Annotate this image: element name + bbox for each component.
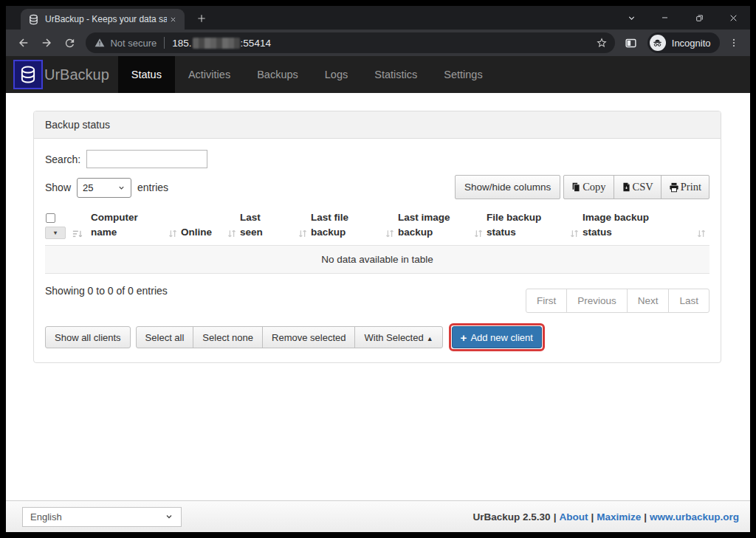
nav-item-settings[interactable]: Settings xyxy=(430,56,495,93)
close-window-button[interactable] xyxy=(716,6,750,30)
sort-priority-icon[interactable] xyxy=(72,229,83,239)
nav-item-logs[interactable]: Logs xyxy=(312,56,361,93)
sort-both-icon xyxy=(385,228,395,239)
not-secure-warning-icon[interactable] xyxy=(94,38,105,48)
sort-both-icon xyxy=(168,228,178,239)
app-navbar: UrBackup Status Activities Backups Logs … xyxy=(6,56,750,93)
csv-label: CSV xyxy=(633,181,653,193)
column-header-last-seen[interactable]: Last seen xyxy=(240,209,311,246)
panel-title: Backup status xyxy=(34,111,721,139)
sort-both-icon xyxy=(473,228,484,239)
add-new-client-button[interactable]: + Add new client xyxy=(452,326,542,348)
security-label[interactable]: Not secure xyxy=(110,38,157,49)
sort-both-icon xyxy=(227,228,237,239)
reload-button[interactable] xyxy=(60,32,80,53)
sort-both-icon xyxy=(696,228,707,239)
version-text: UrBackup 2.5.30 xyxy=(473,511,551,523)
selection-button-group: Select all Select none Remove selected W… xyxy=(136,326,443,348)
clients-table: ▾ Computer name Online Last seen Last fi… xyxy=(45,209,709,274)
column-header-image-backup-status[interactable]: Image backup status xyxy=(583,209,709,246)
page-length-select[interactable]: 25 xyxy=(77,178,131,198)
urbackup-website-link[interactable]: www.urbackup.org xyxy=(650,511,739,523)
url-port: :55414 xyxy=(241,38,271,49)
pagination-first-button[interactable]: First xyxy=(526,289,567,313)
new-tab-button[interactable] xyxy=(192,9,211,28)
separator: | xyxy=(591,511,594,523)
copy-button[interactable]: Copy xyxy=(563,175,614,199)
browser-tab[interactable]: UrBackup - Keeps your data safe xyxy=(21,9,185,30)
nav-item-backups[interactable]: Backups xyxy=(244,56,312,93)
search-label: Search: xyxy=(45,154,80,165)
tab-strip: UrBackup - Keeps your data safe xyxy=(6,6,750,30)
chevron-down-icon xyxy=(165,512,173,521)
copy-label: Copy xyxy=(583,181,605,193)
csv-file-icon xyxy=(622,182,631,192)
copy-icon xyxy=(571,182,581,192)
nav-item-activities[interactable]: Activities xyxy=(175,56,244,93)
pagination-next-button[interactable]: Next xyxy=(627,289,670,313)
address-bar[interactable]: Not secure 185. :55414 xyxy=(86,32,615,53)
select-none-button[interactable]: Select none xyxy=(193,326,263,348)
pagination-previous-button[interactable]: Previous xyxy=(566,289,628,313)
remove-selected-button[interactable]: Remove selected xyxy=(262,326,355,348)
window-controls xyxy=(614,6,750,30)
select-all-button[interactable]: Select all xyxy=(136,326,194,348)
show-all-clients-button[interactable]: Show all clients xyxy=(45,326,131,348)
column-header-file-backup-status[interactable]: File backup status xyxy=(487,209,583,246)
language-value: English xyxy=(30,511,165,523)
tab-search-chevron-icon[interactable] xyxy=(614,6,648,30)
print-label: Print xyxy=(681,181,701,193)
incognito-badge: Incognito xyxy=(647,32,720,53)
caret-up-icon: ▲ xyxy=(427,335,433,342)
backup-status-panel: Backup status Search: Show 25 entries Sh… xyxy=(33,111,721,363)
select-dropdown-button[interactable]: ▾ xyxy=(45,227,66,239)
minimize-button[interactable] xyxy=(648,6,682,30)
red-highlight-annotation: + Add new client xyxy=(449,323,545,351)
back-button[interactable] xyxy=(13,32,33,53)
select-column-header: ▾ xyxy=(45,209,91,246)
language-select[interactable]: English xyxy=(22,507,182,527)
nav-item-statistics[interactable]: Statistics xyxy=(361,56,430,93)
search-input[interactable] xyxy=(86,150,207,168)
add-new-client-label: Add new client xyxy=(470,332,533,343)
chevron-down-icon xyxy=(117,184,126,192)
show-label: Show xyxy=(45,182,71,193)
print-icon xyxy=(669,182,679,193)
favicon-database-icon xyxy=(28,14,39,25)
url-redacted-segment xyxy=(193,38,240,49)
separator: | xyxy=(644,511,647,523)
show-hide-columns-button[interactable]: Show/hide columns xyxy=(455,175,560,199)
tab-close-icon[interactable] xyxy=(167,13,179,25)
sort-both-icon xyxy=(298,228,308,239)
column-header-last-file-backup[interactable]: Last file backup xyxy=(311,209,398,246)
footer-links: UrBackup 2.5.30|About|Maximize|www.urbac… xyxy=(473,511,739,523)
nav-item-status[interactable]: Status xyxy=(118,56,175,93)
plus-icon: + xyxy=(461,331,467,344)
csv-button[interactable]: CSV xyxy=(614,175,662,199)
column-header-computer-name[interactable]: Computer name xyxy=(91,209,181,246)
bookmark-star-icon[interactable] xyxy=(596,37,608,49)
browser-window: UrBackup - Keeps your data safe xyxy=(6,6,750,532)
tab-title: UrBackup - Keeps your data safe xyxy=(45,14,167,24)
pagination-last-button[interactable]: Last xyxy=(668,289,709,313)
side-panel-icon[interactable] xyxy=(619,32,641,53)
maximize-link[interactable]: Maximize xyxy=(597,511,641,523)
column-header-online[interactable]: Online xyxy=(181,209,240,246)
incognito-label: Incognito xyxy=(672,38,711,49)
with-selected-dropdown-button[interactable]: With Selected▲ xyxy=(354,326,442,348)
restore-button[interactable] xyxy=(682,6,716,30)
select-all-checkbox[interactable] xyxy=(46,213,55,223)
column-header-last-image-backup[interactable]: Last image backup xyxy=(398,209,487,246)
entries-label: entries xyxy=(137,182,168,193)
print-button[interactable]: Print xyxy=(661,175,709,199)
urbackup-logo[interactable] xyxy=(13,60,43,89)
url-prefix: 185. xyxy=(172,38,191,49)
page-content: Backup status Search: Show 25 entries Sh… xyxy=(6,93,750,500)
about-link[interactable]: About xyxy=(559,511,588,523)
separator: | xyxy=(554,511,557,523)
main-navigation: Status Activities Backups Logs Statistic… xyxy=(118,56,496,93)
sort-both-icon xyxy=(569,228,580,239)
browser-toolbar: Not secure 185. :55414 Incognito xyxy=(6,30,750,56)
browser-menu-icon[interactable] xyxy=(724,32,744,53)
forward-button[interactable] xyxy=(36,32,56,53)
